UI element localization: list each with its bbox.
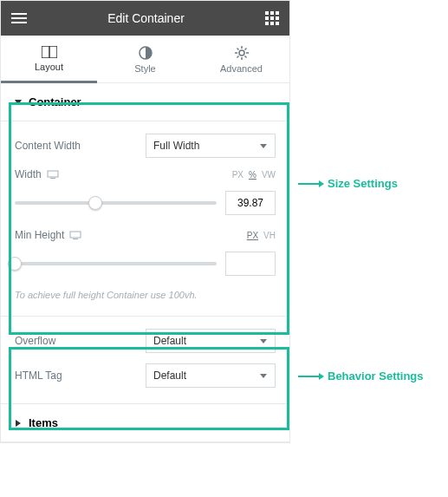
svg-line-11 [244,49,246,50]
svg-rect-13 [48,171,58,177]
device-icon[interactable] [69,231,81,239]
unit-vh[interactable]: VH [263,231,276,240]
svg-line-8 [237,49,238,50]
width-units: PX % VW [232,170,276,180]
panel-title: Edit Container [27,11,265,25]
overflow-label: Overflow [15,335,55,347]
edit-panel: Edit Container Layout Style Advanced Con… [0,0,290,443]
device-icon[interactable] [47,170,59,179]
width-label: Width [15,168,59,180]
svg-marker-17 [16,420,21,427]
tabs: Layout Style Advanced [1,36,289,83]
unit-px[interactable]: PX [247,231,258,240]
min-height-units: PX VH [247,231,276,240]
arrow-icon [298,183,322,185]
annotation-size: Size Settings [298,177,398,190]
gear-icon [193,46,289,60]
section-container-body: Content Width Full Width Width PX % VW [1,121,289,316]
svg-line-10 [237,56,238,58]
overflow-select[interactable]: Default [146,329,276,353]
slider-thumb[interactable] [8,257,22,271]
panel-header: Edit Container [1,1,289,36]
html-tag-label: HTML Tag [15,369,62,382]
slider-thumb[interactable] [88,196,102,210]
section-container-header[interactable]: Container [1,83,289,121]
tab-label: Advanced [193,63,289,74]
tab-label: Layout [1,62,97,72]
html-tag-select[interactable]: Default [146,363,276,388]
unit-percent[interactable]: % [249,170,256,180]
min-height-slider[interactable] [15,262,217,265]
svg-line-9 [244,56,246,58]
section-title: Container [29,95,81,108]
min-height-label: Min Height [15,229,81,241]
style-icon [97,46,193,60]
unit-px[interactable]: PX [232,170,243,180]
arrow-icon [298,376,322,377]
svg-rect-15 [70,232,81,238]
svg-marker-12 [15,100,22,105]
section-behavior-body: Overflow Default HTML Tag Default [1,316,289,403]
layout-icon [1,46,97,58]
tab-label: Style [97,63,193,74]
unit-vw[interactable]: VW [262,170,276,180]
min-height-input[interactable] [225,252,276,276]
section-items-header[interactable]: Items [1,403,289,442]
width-slider[interactable] [15,201,217,205]
content-width-label: Content Width [15,140,81,152]
tab-style[interactable]: Style [97,36,193,83]
caret-down-icon [15,99,22,106]
section-title: Items [29,416,58,429]
min-height-hint: To achieve full height Container use 100… [15,290,276,300]
tab-advanced[interactable]: Advanced [193,36,289,83]
tab-layout[interactable]: Layout [1,36,97,83]
width-input[interactable] [225,191,276,215]
apps-icon[interactable] [265,11,279,25]
caret-right-icon [15,420,22,427]
content-width-select[interactable]: Full Width [146,134,276,158]
svg-point-3 [239,50,244,56]
annotation-behavior: Behavior Settings [298,369,424,383]
menu-icon[interactable] [11,13,27,23]
